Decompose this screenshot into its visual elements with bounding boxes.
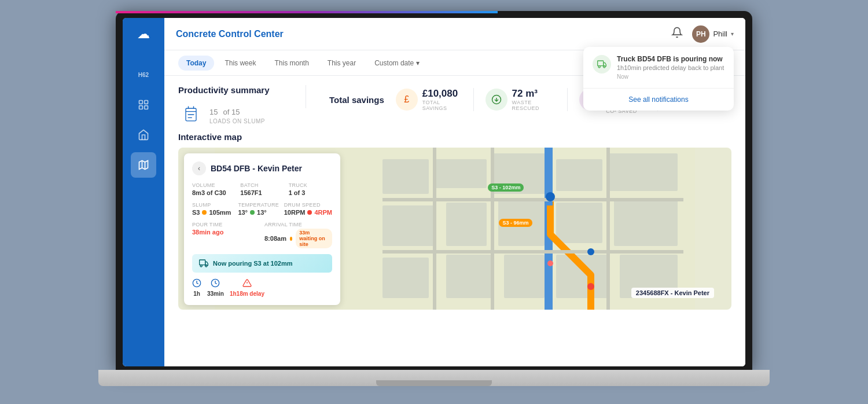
notification-title: Truck BD54 DFB is pouring now	[617, 55, 724, 63]
tabs-left: Today This week This month This year Cus…	[178, 56, 428, 71]
tab-this-year[interactable]: This year	[319, 56, 364, 71]
footer-stat-delay: 1h18m delay	[230, 278, 264, 297]
loads-icon	[178, 102, 204, 127]
sidebar-item-h62[interactable]: H62	[123, 62, 164, 87]
header-logo-area: Concrete Control Center	[176, 29, 284, 39]
svg-rect-7	[598, 61, 604, 66]
loads-item: 15 of 15 LOADS ON SLUMP	[178, 102, 282, 127]
app-title: Concrete Control Center	[176, 29, 284, 39]
savings-icon-1	[486, 89, 507, 111]
clock-icon-1	[192, 278, 201, 288]
svg-rect-44	[200, 260, 205, 265]
svg-point-41	[546, 192, 555, 201]
user-menu[interactable]: PH Phill ▾	[692, 25, 734, 43]
savings-item-1: 72 m³ WASTE RESCUED	[486, 88, 556, 111]
laptop-base	[98, 370, 770, 386]
svg-point-9	[604, 66, 605, 68]
footer-val1: 1h	[193, 291, 200, 297]
pour-label: Pour time	[192, 222, 260, 227]
pouring-text: Now pouring S3 at 102mm	[213, 260, 293, 267]
svg-rect-26	[614, 200, 678, 246]
map-label-s3-96: S3 - 96mm	[499, 219, 532, 227]
truck-basic-info: Volume 8m3 of C30 Batch 1567F1 Truck	[192, 182, 332, 196]
svg-rect-28	[446, 255, 492, 298]
drum-val1: 10RPM	[284, 209, 306, 216]
tab-custom-date[interactable]: Custom date ▾	[366, 56, 427, 71]
truck-number-field: Truck 1 of 3	[289, 182, 332, 196]
svg-point-43	[547, 260, 553, 266]
warning-icon	[242, 278, 252, 288]
svg-rect-34	[545, 263, 553, 310]
sidebar-nav: H62	[123, 62, 164, 178]
savings-info-0: £10,080 TOTAL SAVINGS	[422, 88, 462, 111]
temp-val2: 13°	[257, 209, 267, 216]
svg-rect-1	[145, 101, 148, 104]
svg-rect-27	[382, 258, 429, 298]
truck-value: 1 of 3	[289, 189, 332, 196]
map-container[interactable]: S3 - 102mm S3 - 96mm ‹ BD54 DFB - Kevin …	[178, 148, 731, 310]
arrival-row: 8:08am 33m waiting on site	[264, 229, 332, 248]
truck-panel-header: ‹ BD54 DFB - Kevin Peter	[192, 161, 332, 175]
see-all-notifications-link[interactable]: See all notifications	[583, 89, 734, 111]
truck-label: Truck	[289, 182, 332, 188]
top-header: Concrete Control Center PH	[164, 18, 745, 50]
back-button[interactable]: ‹	[192, 161, 206, 175]
svg-rect-21	[608, 153, 678, 191]
savings-divider-1	[473, 88, 474, 111]
footer-delay: 1h18m delay	[230, 291, 264, 297]
savings-value-1: 72 m³	[512, 88, 556, 100]
temp-values: 13° 13°	[238, 209, 279, 216]
tab-this-week[interactable]: This week	[216, 56, 264, 71]
avatar-label: PH	[696, 30, 706, 38]
sidebar-item-map[interactable]	[131, 152, 156, 178]
drum-field: Drum speed 10RPM 4RPM	[284, 202, 332, 216]
savings-label-0: TOTAL SAVINGS	[422, 100, 462, 111]
svg-rect-2	[139, 106, 143, 109]
chevron-down-icon: ▾	[731, 31, 734, 37]
section-divider	[306, 85, 306, 108]
user-name: Phill	[713, 30, 727, 38]
savings-item-0: £ £10,080 TOTAL SAVINGS	[396, 88, 462, 111]
notification-popup: Truck BD54 DFB is pouring now 1h10min pr…	[583, 47, 734, 111]
svg-point-45	[200, 265, 202, 267]
svg-rect-17	[382, 159, 429, 194]
truck-label-bottom: 2345688FX - Kevin Peter	[631, 288, 714, 298]
sidebar-item-menu2[interactable]	[131, 122, 156, 148]
laptop-frame: ☁ H62	[98, 11, 770, 393]
bell-button[interactable]	[671, 27, 683, 41]
svg-rect-29	[504, 255, 545, 298]
temp-field: Temperature 13° 13°	[238, 202, 279, 216]
sidebar: ☁ H62	[123, 18, 164, 366]
tab-this-month[interactable]: This month	[266, 56, 317, 71]
sidebar-label: H62	[138, 72, 149, 78]
slump-label: Slump	[192, 202, 233, 208]
screen-bezel: ☁ H62	[116, 11, 752, 370]
truck-batch-field: Batch 1567F1	[240, 182, 284, 196]
savings-icon-0: £	[396, 89, 418, 111]
productivity-col: Productivity summary	[178, 85, 282, 127]
drum-label: Drum speed	[284, 202, 332, 208]
drum-values: 10RPM 4RPM	[284, 209, 332, 216]
notification-content: Truck BD54 DFB is pouring now 1h10min pr…	[617, 55, 724, 80]
slump-values: S3 105mm	[192, 209, 233, 216]
savings-divider-2	[567, 88, 568, 111]
tab-today[interactable]: Today	[178, 56, 214, 71]
savings-title: Total savings	[329, 95, 384, 105]
main-content: Concrete Control Center PH	[164, 18, 745, 366]
sidebar-item-menu1[interactable]	[131, 92, 156, 117]
svg-rect-18	[435, 159, 487, 188]
avatar: PH	[692, 25, 709, 43]
pouring-banner: Now pouring S3 at 102mm	[192, 254, 332, 273]
screen-inner: ☁ H62	[123, 18, 745, 366]
slump-dot-orange	[202, 210, 207, 215]
loads-label: LOADS ON SLUMP	[209, 118, 265, 124]
svg-rect-30	[556, 255, 608, 298]
notification-item: Truck BD54 DFB is pouring now 1h10min pr…	[583, 47, 734, 89]
pouring-icon	[199, 259, 208, 268]
notification-subtitle: 1h10min predicted delay back to plant	[617, 64, 724, 71]
notification-truck-icon	[593, 55, 611, 74]
footer-val2: 33min	[207, 291, 224, 297]
arrival-dot	[290, 237, 292, 241]
drum-val2: 4RPM	[314, 209, 332, 216]
map-title: Interactive map	[178, 132, 731, 142]
